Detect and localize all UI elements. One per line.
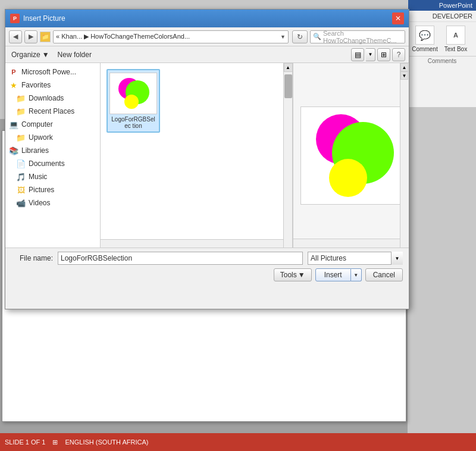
organize-button[interactable]: Organize ▼ (9, 49, 52, 60)
preview-scrollbar-v[interactable]: ▲ ▼ (400, 63, 409, 248)
nav-recent-label: Recent Places (29, 107, 74, 115)
nav-item-libraries[interactable]: 📚 Libraries (5, 144, 100, 157)
new-folder-button[interactable]: New folder (55, 49, 94, 60)
ribbon-section-label: Comments (408, 56, 476, 65)
forward-button[interactable]: ▶ (24, 30, 37, 43)
pictures-folder-icon: 🖼 (16, 185, 26, 195)
address-dropdown-arrow[interactable]: ▼ (280, 34, 286, 40)
view-dropdown-button[interactable]: ▼ (366, 48, 375, 61)
computer-icon: 💻 (9, 120, 18, 129)
nav-documents-label: Documents (29, 159, 65, 168)
nav-item-upwork[interactable]: 📁 Upwork (5, 131, 100, 144)
dialog-titlebar: P Insert Picture ✕ (5, 10, 409, 27)
filename-input[interactable] (58, 252, 303, 265)
scroll-up-arrow[interactable]: ▲ (284, 63, 293, 72)
address-toolbar: ◀ ▶ 📁 « Khan... ▶ HowToChangeThemeColors… (5, 27, 409, 46)
insert-picture-dialog: P Insert Picture ✕ ◀ ▶ 📁 « Khan... ▶ How… (5, 9, 409, 309)
nav-item-microsoft-powe[interactable]: P Microsoft Powe... (5, 65, 100, 79)
nav-item-pictures[interactable]: 🖼 Pictures (5, 183, 100, 196)
refresh-button[interactable]: ↻ (292, 30, 308, 43)
file-item-logo[interactable]: LogoForRGBSelec tion (107, 69, 160, 133)
filetype-select[interactable]: All Pictures JPEG PNG BMP (308, 252, 403, 265)
preview-area: ▲ ▼ (293, 63, 409, 248)
nav-item-favorites[interactable]: ★ Favorites (5, 79, 100, 92)
preview-scroll-down[interactable]: ▼ (400, 71, 408, 80)
view-button[interactable]: ▤ (351, 48, 364, 61)
textbox-button[interactable]: A Text Box (441, 24, 470, 54)
language-label: ENGLISH (SOUTH AFRICA) (65, 439, 148, 446)
dialog-overlay: P Insert Picture ✕ ◀ ▶ 📁 « Khan... ▶ How… (0, 0, 416, 303)
nav-item-recent-places[interactable]: 📁 Recent Places (5, 105, 100, 118)
upwork-folder-icon: 📁 (16, 133, 26, 142)
downloads-folder-icon: 📁 (16, 93, 26, 103)
file-list-scrollbar-h[interactable] (101, 239, 283, 248)
recent-places-icon: 📁 (16, 107, 26, 116)
ppt-app-title: PowerPoint (408, 0, 476, 11)
tools-button[interactable]: Tools ▼ (274, 268, 312, 281)
preview-scroll-up[interactable]: ▲ (400, 63, 408, 71)
nav-pictures-label: Pictures (29, 186, 54, 194)
address-text: « Khan... ▶ HowToChangeThemeColorsAnd... (56, 33, 278, 40)
address-bar[interactable]: « Khan... ▶ HowToChangeThemeColorsAnd...… (53, 30, 289, 43)
insert-button[interactable]: Insert (315, 268, 351, 281)
action-buttons-row: Tools ▼ Insert ▼ Cancel (11, 268, 403, 281)
file-thumbnail (109, 73, 157, 114)
tools-arrow: ▼ (298, 271, 305, 279)
insert-dropdown-button[interactable]: ▼ (351, 268, 362, 281)
search-placeholder-text: Search HowToChangeThemeC... (323, 30, 402, 44)
libraries-icon: 📚 (9, 146, 18, 155)
cancel-button[interactable]: Cancel (365, 268, 403, 281)
preview-svg (306, 112, 396, 199)
filename-label: File name: (11, 254, 53, 262)
nav-item-music[interactable]: 🎵 Music (5, 170, 100, 183)
nav-item-documents[interactable]: 📄 Documents (5, 157, 100, 170)
organize-toolbar: Organize ▼ New folder ▤ ▼ ⊞ ? (5, 46, 409, 63)
slide-icon: ⊞ (52, 439, 58, 446)
ribbon-buttons-area: 💬 Comment A Text Box (408, 22, 476, 56)
organize-label: Organize (11, 51, 40, 59)
ppt-ribbon: PowerPoint DEVELOPER 💬 Comment A Text Bo… (408, 0, 476, 107)
textbox-icon: A (446, 26, 465, 45)
file-list-inner: LogoForRGBSelec tion (101, 63, 292, 139)
svg-point-2 (124, 95, 139, 109)
file-list-scrollbar-v[interactable]: ▲ (283, 63, 292, 248)
file-list: LogoForRGBSelec tion ▲ (101, 63, 293, 248)
nav-computer-label: Computer (21, 120, 53, 129)
nav-music-label: Music (29, 173, 47, 181)
layout-button[interactable]: ⊞ (377, 48, 390, 61)
toolbar2-right: ▤ ▼ ⊞ ? (351, 48, 405, 61)
nav-panel: P Microsoft Powe... ★ Favorites 📁 Downlo… (5, 63, 101, 248)
favorites-icon: ★ (9, 80, 18, 90)
file-name-label: LogoForRGBSelec tion (110, 116, 156, 129)
documents-folder-icon: 📄 (16, 159, 26, 168)
address-folder-icon: 📁 (40, 32, 51, 42)
nav-libraries-label: Libraries (21, 146, 49, 155)
ppt-nav-icon: P (9, 67, 18, 77)
help-button[interactable]: ? (392, 48, 405, 61)
filetype-select-wrapper: All Pictures JPEG PNG BMP ▼ (308, 252, 403, 265)
back-button[interactable]: ◀ (9, 30, 22, 43)
organize-arrow: ▼ (42, 51, 49, 59)
dialog-close-button[interactable]: ✕ (392, 12, 404, 24)
ppt-ribbon-tab[interactable]: DEVELOPER (408, 11, 476, 22)
nav-item-downloads[interactable]: 📁 Downloads (5, 92, 100, 105)
preview-scrollbar-h[interactable] (293, 239, 400, 248)
dialog-title: P Insert Picture (10, 14, 65, 23)
search-icon: 🔍 (313, 33, 321, 40)
textbox-label: Text Box (444, 46, 467, 52)
search-box[interactable]: 🔍 Search HowToChangeThemeC... (310, 30, 405, 43)
tools-label: Tools (280, 271, 297, 279)
comment-icon: 💬 (415, 26, 434, 45)
scroll-thumb-v[interactable] (284, 74, 292, 98)
music-icon: 🎵 (16, 172, 26, 181)
nav-favorites-label: Favorites (21, 81, 51, 89)
nav-item-videos[interactable]: 📹 Videos (5, 196, 100, 209)
dialog-content: P Microsoft Powe... ★ Favorites 📁 Downlo… (5, 63, 409, 248)
logo-thumbnail-svg (112, 76, 154, 111)
preview-image (300, 107, 402, 205)
status-bar: SLIDE 1 OF 1 ⊞ ENGLISH (SOUTH AFRICA) (0, 433, 476, 451)
nav-item-computer[interactable]: 💻 Computer (5, 118, 100, 131)
dialog-title-text: Insert Picture (23, 14, 65, 23)
dialog-bottom: File name: All Pictures JPEG PNG BMP ▼ T… (5, 248, 409, 285)
nav-downloads-label: Downloads (29, 94, 64, 102)
